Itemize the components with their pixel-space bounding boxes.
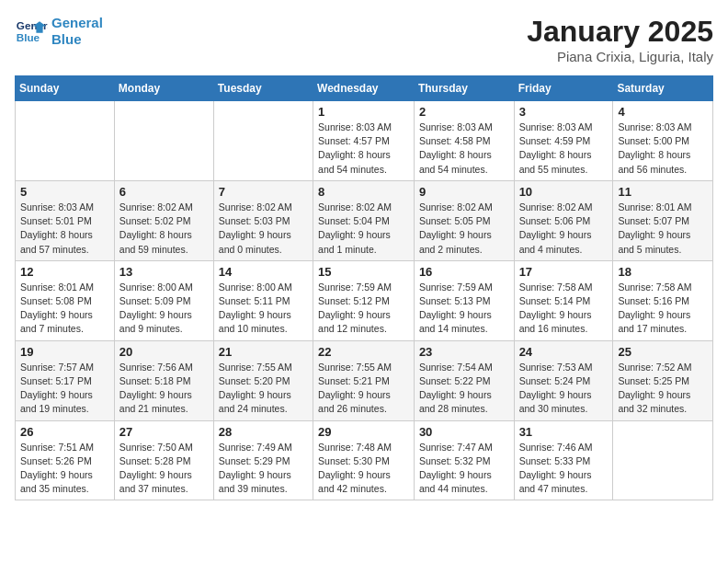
day-number: 9	[419, 185, 509, 199]
day-number: 12	[20, 265, 109, 279]
day-number: 17	[519, 265, 609, 279]
calendar-cell: 14Sunrise: 8:00 AM Sunset: 5:11 PM Dayli…	[213, 260, 313, 340]
calendar-cell	[213, 101, 313, 181]
day-info: Sunrise: 8:03 AM Sunset: 5:01 PM Dayligh…	[20, 201, 109, 257]
day-info: Sunrise: 8:02 AM Sunset: 5:06 PM Dayligh…	[519, 201, 609, 257]
weekday-header: Wednesday	[313, 76, 415, 101]
day-info: Sunrise: 7:59 AM Sunset: 5:13 PM Dayligh…	[419, 281, 509, 337]
day-info: Sunrise: 8:00 AM Sunset: 5:11 PM Dayligh…	[219, 281, 308, 337]
calendar-cell: 24Sunrise: 7:53 AM Sunset: 5:24 PM Dayli…	[514, 340, 613, 420]
day-number: 4	[618, 105, 708, 119]
day-info: Sunrise: 7:55 AM Sunset: 5:20 PM Dayligh…	[219, 361, 308, 417]
calendar-cell: 22Sunrise: 7:55 AM Sunset: 5:21 PM Dayli…	[313, 340, 415, 420]
day-number: 30	[419, 425, 509, 439]
day-info: Sunrise: 7:47 AM Sunset: 5:32 PM Dayligh…	[419, 441, 509, 497]
weekday-header: Thursday	[414, 76, 514, 101]
day-info: Sunrise: 7:49 AM Sunset: 5:29 PM Dayligh…	[219, 441, 308, 497]
day-info: Sunrise: 7:56 AM Sunset: 5:18 PM Dayligh…	[119, 361, 209, 417]
day-number: 23	[419, 345, 509, 359]
weekday-header-row: SundayMondayTuesdayWednesdayThursdayFrid…	[16, 76, 713, 101]
calendar-cell: 1Sunrise: 8:03 AM Sunset: 4:57 PM Daylig…	[313, 101, 415, 181]
day-number: 31	[519, 425, 609, 439]
day-info: Sunrise: 7:48 AM Sunset: 5:30 PM Dayligh…	[318, 441, 409, 497]
calendar-cell: 18Sunrise: 7:58 AM Sunset: 5:16 PM Dayli…	[613, 260, 713, 340]
calendar-cell: 7Sunrise: 8:02 AM Sunset: 5:03 PM Daylig…	[213, 180, 313, 260]
day-info: Sunrise: 7:52 AM Sunset: 5:25 PM Dayligh…	[618, 361, 708, 417]
day-number: 28	[219, 425, 308, 439]
day-info: Sunrise: 8:03 AM Sunset: 4:59 PM Dayligh…	[519, 121, 609, 177]
calendar-cell: 9Sunrise: 8:02 AM Sunset: 5:05 PM Daylig…	[414, 180, 514, 260]
day-number: 20	[119, 345, 209, 359]
calendar-cell: 5Sunrise: 8:03 AM Sunset: 5:01 PM Daylig…	[16, 180, 115, 260]
calendar-cell: 8Sunrise: 8:02 AM Sunset: 5:04 PM Daylig…	[313, 180, 415, 260]
day-info: Sunrise: 8:02 AM Sunset: 5:05 PM Dayligh…	[419, 201, 509, 257]
calendar-cell: 31Sunrise: 7:46 AM Sunset: 5:33 PM Dayli…	[514, 420, 613, 500]
day-info: Sunrise: 8:03 AM Sunset: 4:57 PM Dayligh…	[318, 121, 409, 177]
day-info: Sunrise: 8:03 AM Sunset: 5:00 PM Dayligh…	[618, 121, 708, 177]
calendar-cell	[613, 420, 713, 500]
day-number: 2	[419, 105, 509, 119]
calendar-week-row: 26Sunrise: 7:51 AM Sunset: 5:26 PM Dayli…	[16, 420, 713, 500]
calendar-cell	[114, 101, 213, 181]
day-number: 13	[119, 265, 209, 279]
location-title: Piana Crixia, Liguria, Italy	[527, 49, 713, 64]
weekday-header: Saturday	[613, 76, 713, 101]
title-area: January 2025 Piana Crixia, Liguria, Ital…	[527, 15, 713, 64]
calendar-cell	[16, 101, 115, 181]
day-number: 10	[519, 185, 609, 199]
day-info: Sunrise: 7:55 AM Sunset: 5:21 PM Dayligh…	[318, 361, 409, 417]
day-number: 3	[519, 105, 609, 119]
calendar-cell: 25Sunrise: 7:52 AM Sunset: 5:25 PM Dayli…	[613, 340, 713, 420]
calendar-cell: 21Sunrise: 7:55 AM Sunset: 5:20 PM Dayli…	[213, 340, 313, 420]
day-number: 21	[219, 345, 308, 359]
day-info: Sunrise: 7:59 AM Sunset: 5:12 PM Dayligh…	[318, 281, 409, 337]
page-header: General Blue General Blue January 2025 P…	[15, 15, 713, 64]
calendar-cell: 23Sunrise: 7:54 AM Sunset: 5:22 PM Dayli…	[414, 340, 514, 420]
day-number: 5	[20, 185, 109, 199]
calendar-cell: 16Sunrise: 7:59 AM Sunset: 5:13 PM Dayli…	[414, 260, 514, 340]
calendar-cell: 4Sunrise: 8:03 AM Sunset: 5:00 PM Daylig…	[613, 101, 713, 181]
logo-general: General	[51, 15, 103, 30]
logo: General Blue General Blue	[15, 15, 103, 48]
day-info: Sunrise: 8:02 AM Sunset: 5:04 PM Dayligh…	[318, 201, 409, 257]
day-info: Sunrise: 7:58 AM Sunset: 5:14 PM Dayligh…	[519, 281, 609, 337]
calendar-cell: 19Sunrise: 7:57 AM Sunset: 5:17 PM Dayli…	[16, 340, 115, 420]
day-info: Sunrise: 7:51 AM Sunset: 5:26 PM Dayligh…	[20, 441, 109, 497]
calendar-week-row: 5Sunrise: 8:03 AM Sunset: 5:01 PM Daylig…	[16, 180, 713, 260]
calendar-cell: 13Sunrise: 8:00 AM Sunset: 5:09 PM Dayli…	[114, 260, 213, 340]
day-number: 29	[318, 425, 409, 439]
weekday-header: Monday	[114, 76, 213, 101]
day-info: Sunrise: 7:54 AM Sunset: 5:22 PM Dayligh…	[419, 361, 509, 417]
day-number: 14	[219, 265, 308, 279]
calendar-cell: 17Sunrise: 7:58 AM Sunset: 5:14 PM Dayli…	[514, 260, 613, 340]
calendar-cell: 6Sunrise: 8:02 AM Sunset: 5:02 PM Daylig…	[114, 180, 213, 260]
day-info: Sunrise: 8:01 AM Sunset: 5:07 PM Dayligh…	[618, 201, 708, 257]
calendar-cell: 27Sunrise: 7:50 AM Sunset: 5:28 PM Dayli…	[114, 420, 213, 500]
weekday-header: Sunday	[16, 76, 115, 101]
day-number: 25	[618, 345, 708, 359]
day-info: Sunrise: 8:02 AM Sunset: 5:02 PM Dayligh…	[119, 201, 209, 257]
day-number: 1	[318, 105, 409, 119]
day-number: 22	[318, 345, 409, 359]
day-number: 18	[618, 265, 708, 279]
day-number: 15	[318, 265, 409, 279]
logo-blue: Blue	[51, 31, 82, 47]
calendar-cell: 12Sunrise: 8:01 AM Sunset: 5:08 PM Dayli…	[16, 260, 115, 340]
calendar-week-row: 19Sunrise: 7:57 AM Sunset: 5:17 PM Dayli…	[16, 340, 713, 420]
day-info: Sunrise: 8:03 AM Sunset: 4:58 PM Dayligh…	[419, 121, 509, 177]
calendar-cell: 15Sunrise: 7:59 AM Sunset: 5:12 PM Dayli…	[313, 260, 415, 340]
calendar-cell: 20Sunrise: 7:56 AM Sunset: 5:18 PM Dayli…	[114, 340, 213, 420]
logo-icon: General Blue	[15, 15, 48, 48]
weekday-header: Friday	[514, 76, 613, 101]
day-number: 8	[318, 185, 409, 199]
day-info: Sunrise: 7:58 AM Sunset: 5:16 PM Dayligh…	[618, 281, 708, 337]
calendar-cell: 26Sunrise: 7:51 AM Sunset: 5:26 PM Dayli…	[16, 420, 115, 500]
day-info: Sunrise: 8:01 AM Sunset: 5:08 PM Dayligh…	[20, 281, 109, 337]
calendar-cell: 30Sunrise: 7:47 AM Sunset: 5:32 PM Dayli…	[414, 420, 514, 500]
logo-text: General Blue	[51, 15, 103, 48]
calendar-week-row: 1Sunrise: 8:03 AM Sunset: 4:57 PM Daylig…	[16, 101, 713, 181]
day-info: Sunrise: 7:57 AM Sunset: 5:17 PM Dayligh…	[20, 361, 109, 417]
calendar-cell: 11Sunrise: 8:01 AM Sunset: 5:07 PM Dayli…	[613, 180, 713, 260]
day-number: 7	[219, 185, 308, 199]
day-info: Sunrise: 8:02 AM Sunset: 5:03 PM Dayligh…	[219, 201, 308, 257]
